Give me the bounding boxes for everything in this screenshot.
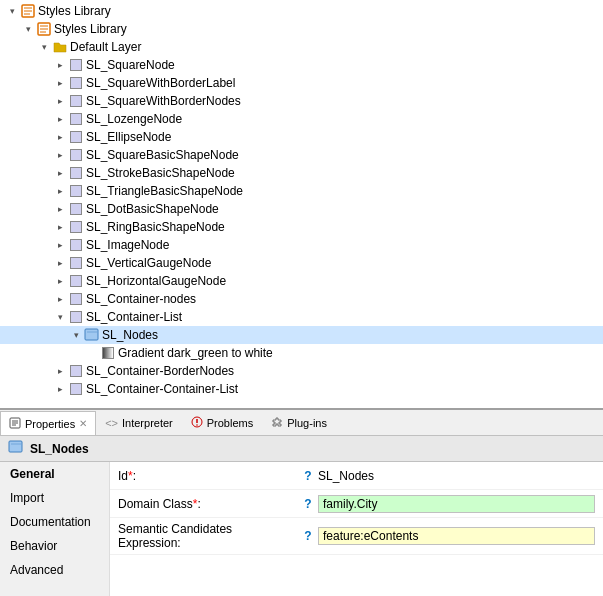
nav-documentation[interactable]: Documentation	[0, 510, 109, 534]
prop-id-label: Id*:	[118, 469, 298, 483]
prop-row-domain-class: Domain Class*: ?	[110, 490, 603, 518]
expand-icon[interactable]	[52, 219, 68, 235]
section-node-icon	[8, 439, 24, 458]
expand-icon[interactable]	[52, 291, 68, 307]
node-icon	[68, 237, 84, 253]
prop-id-help[interactable]: ?	[298, 469, 318, 483]
svg-rect-8	[85, 329, 98, 340]
node-label: SL_SquareNode	[86, 58, 175, 72]
tab-problems[interactable]: Problems	[182, 411, 262, 435]
node-icon	[68, 111, 84, 127]
prop-row-id: Id*: ? SL_Nodes	[110, 462, 603, 490]
nav-general: General	[0, 462, 109, 486]
prop-domain-class-help[interactable]: ?	[298, 497, 318, 511]
expand-icon[interactable]	[52, 255, 68, 271]
list-item[interactable]: SL_VerticalGaugeNode	[0, 254, 603, 272]
node-label: SL_SquareWithBorderLabel	[86, 76, 235, 90]
node-label: SL_TriangleBasicShapeNode	[86, 184, 243, 198]
expand-root[interactable]	[4, 3, 20, 19]
expand-icon[interactable]	[52, 237, 68, 253]
svg-point-16	[196, 424, 198, 426]
list-item[interactable]: SL_ImageNode	[0, 236, 603, 254]
expand-styles-library[interactable]	[20, 21, 36, 37]
bottom-panel: Properties ✕ <> Interpreter Problems Plu…	[0, 410, 603, 596]
node-icon	[68, 75, 84, 91]
problems-tab-icon	[191, 416, 203, 430]
nav-import[interactable]: Import	[0, 486, 109, 510]
properties-tab-icon	[9, 417, 21, 431]
list-item[interactable]: SL_SquareWithBorderNodes	[0, 92, 603, 110]
node-label: SL_Container-nodes	[86, 292, 196, 306]
expand-icon[interactable]	[52, 165, 68, 181]
svg-rect-17	[9, 441, 22, 452]
list-item[interactable]: SL_Container-BorderNodes	[0, 362, 603, 380]
properties-layout: General Import Documentation Behavior Ad…	[0, 462, 603, 596]
nav-behavior[interactable]: Behavior	[0, 534, 109, 558]
tree-default-layer[interactable]: Default Layer	[0, 38, 603, 56]
tab-properties[interactable]: Properties ✕	[0, 411, 96, 435]
nav-advanced[interactable]: Advanced	[0, 558, 109, 582]
semantic-input[interactable]	[318, 527, 595, 545]
tree-sl-nodes[interactable]: SL_Nodes	[0, 326, 603, 344]
node-icon	[68, 273, 84, 289]
list-item[interactable]: SL_SquareNode	[0, 56, 603, 74]
expand-icon[interactable]	[52, 93, 68, 109]
sl-nodes-icon	[84, 327, 100, 343]
tabs-bar: Properties ✕ <> Interpreter Problems Plu…	[0, 410, 603, 436]
list-item[interactable]: SL_StrokeBasicShapeNode	[0, 164, 603, 182]
expand-icon[interactable]	[52, 183, 68, 199]
expand-icon[interactable]	[52, 111, 68, 127]
list-item[interactable]: SL_Container-nodes	[0, 290, 603, 308]
expand-icon[interactable]	[52, 201, 68, 217]
styles-library-icon	[20, 3, 36, 19]
list-item[interactable]: SL_LozengeNode	[0, 110, 603, 128]
expand-icon[interactable]	[52, 273, 68, 289]
tree-content: Styles Library Styles Library Default La…	[0, 0, 603, 400]
node-label: SL_SquareBasicShapeNode	[86, 148, 239, 162]
prop-semantic-label: Semantic Candidates Expression:	[118, 522, 298, 550]
node-icon	[68, 309, 84, 325]
tree-container-list[interactable]: SL_Container-List	[0, 308, 603, 326]
sl-nodes-label: SL_Nodes	[102, 328, 158, 342]
node-label: SL_SquareWithBorderNodes	[86, 94, 241, 108]
tree-root[interactable]: Styles Library	[0, 2, 603, 20]
node-label: SL_EllipseNode	[86, 130, 171, 144]
prop-semantic-help[interactable]: ?	[298, 529, 318, 543]
expand-icon[interactable]	[52, 75, 68, 91]
expand-icon[interactable]	[52, 57, 68, 73]
list-item[interactable]: SL_SquareWithBorderLabel	[0, 74, 603, 92]
tab-interpreter-label: Interpreter	[122, 417, 173, 429]
node-icon	[68, 219, 84, 235]
expand-icon[interactable]	[52, 147, 68, 163]
tab-plugins[interactable]: Plug-ins	[262, 411, 336, 435]
tree-panel: Styles Library Styles Library Default La…	[0, 0, 603, 410]
left-nav: General Import Documentation Behavior Ad…	[0, 462, 110, 596]
expand-container-list[interactable]	[52, 309, 68, 325]
node-label: SL_VerticalGaugeNode	[86, 256, 211, 270]
plugins-tab-icon	[271, 416, 283, 430]
expand-icon[interactable]	[52, 129, 68, 145]
list-item[interactable]: SL_RingBasicShapeNode	[0, 218, 603, 236]
container-list-label: SL_Container-List	[86, 310, 182, 324]
tree-styles-library[interactable]: Styles Library	[0, 20, 603, 38]
tab-plugins-label: Plug-ins	[287, 417, 327, 429]
styles-library-child-label: Styles Library	[54, 22, 127, 36]
list-item[interactable]: SL_Container-Container-List	[0, 380, 603, 398]
tree-gradient[interactable]: Gradient dark_green to white	[0, 344, 603, 362]
tab-interpreter[interactable]: <> Interpreter	[96, 411, 182, 435]
tab-properties-close[interactable]: ✕	[79, 418, 87, 429]
expand-default-layer[interactable]	[36, 39, 52, 55]
node-label: SL_Container-BorderNodes	[86, 364, 234, 378]
prop-domain-class-value[interactable]	[318, 495, 595, 513]
expand-icon[interactable]	[52, 363, 68, 379]
expand-sl-nodes[interactable]	[68, 327, 84, 343]
list-item[interactable]: SL_DotBasicShapeNode	[0, 200, 603, 218]
expand-icon[interactable]	[52, 381, 68, 397]
node-label: SL_DotBasicShapeNode	[86, 202, 219, 216]
list-item[interactable]: SL_TriangleBasicShapeNode	[0, 182, 603, 200]
domain-class-input[interactable]	[318, 495, 595, 513]
list-item[interactable]: SL_EllipseNode	[0, 128, 603, 146]
list-item[interactable]: SL_HorizontalGaugeNode	[0, 272, 603, 290]
prop-semantic-value[interactable]	[318, 527, 595, 545]
list-item[interactable]: SL_SquareBasicShapeNode	[0, 146, 603, 164]
